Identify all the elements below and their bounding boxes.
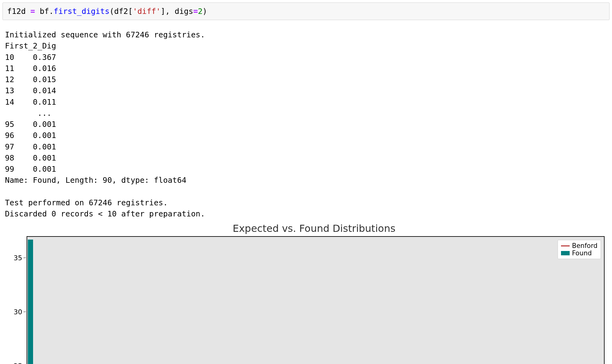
ytick-label: 30 xyxy=(14,308,22,316)
code-kw: digs xyxy=(175,7,193,16)
code-obj: bf xyxy=(40,7,49,16)
legend-entry-found: Found xyxy=(561,249,597,257)
legend-label: Benford xyxy=(572,242,597,249)
ytick-label: 25 xyxy=(14,362,22,364)
code-lparen: ( xyxy=(109,7,114,16)
chart-legend: Benford Found xyxy=(558,240,601,259)
code-var: f12d xyxy=(7,7,26,16)
code-argobj: df2 xyxy=(114,7,128,16)
output-text: Initialized sequence with 67246 registri… xyxy=(0,20,612,223)
code-rparen: ) xyxy=(202,7,207,16)
legend-patch-icon xyxy=(561,251,570,255)
chart: Expected vs. Found Distributions 253035 … xyxy=(5,223,605,364)
code-rbrack: ] xyxy=(161,7,165,16)
code-assign: = xyxy=(30,7,35,16)
code-kwval: 2 xyxy=(198,7,202,16)
code-lbrack: [ xyxy=(128,7,133,16)
legend-line-icon xyxy=(561,245,570,246)
ytick-mark xyxy=(23,258,26,258)
code-kwassign: = xyxy=(193,7,198,16)
code-argstr: 'diff' xyxy=(133,7,160,16)
ytick-label: 35 xyxy=(14,254,22,262)
chart-yaxis: 253035 xyxy=(5,236,27,364)
code-comma: , xyxy=(165,7,175,16)
chart-bar xyxy=(28,240,33,364)
legend-label: Found xyxy=(572,249,592,257)
chart-plot-area: Benford Found xyxy=(27,236,605,364)
code-func: first_digits xyxy=(54,7,110,16)
ytick-mark xyxy=(23,312,26,312)
chart-title: Expected vs. Found Distributions xyxy=(23,223,605,234)
code-cell[interactable]: f12d = bf.first_digits(df2['diff'], digs… xyxy=(2,2,610,20)
code-dot: . xyxy=(49,7,54,16)
legend-entry-benford: Benford xyxy=(561,242,597,249)
